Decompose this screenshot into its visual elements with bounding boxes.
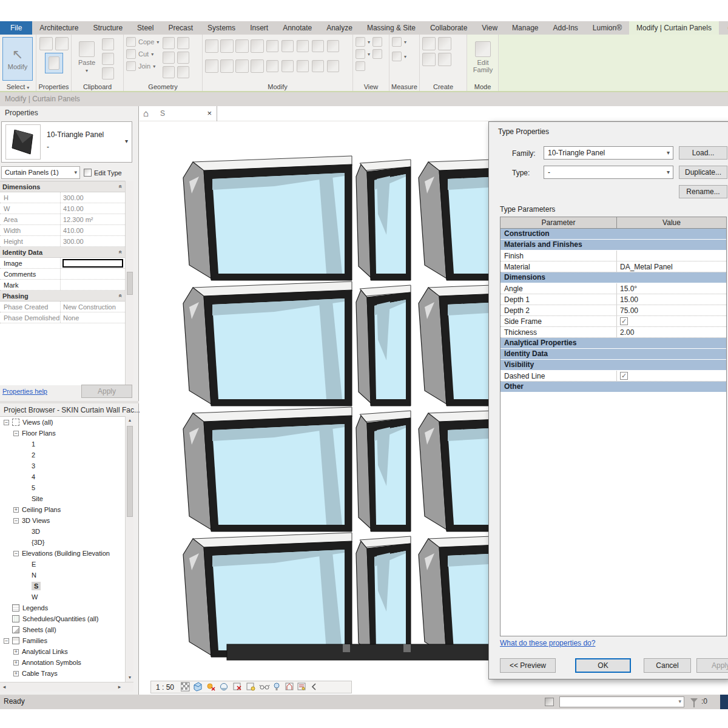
collapse-icon[interactable]: « — [118, 294, 124, 298]
temporary-hide-isolate-icon[interactable] — [274, 683, 279, 690]
prop-value-input[interactable] — [62, 259, 123, 268]
family-combo[interactable]: 10-Triangle Panel ▾ — [544, 146, 673, 160]
expand-icon[interactable]: + — [13, 507, 19, 513]
match-type-icon[interactable] — [102, 67, 114, 79]
panel-label-modify[interactable]: Modify — [203, 83, 352, 90]
unpin-icon[interactable] — [297, 40, 309, 52]
paste-button[interactable]: Paste ▾ — [74, 37, 99, 77]
scale-icon[interactable] — [281, 60, 294, 72]
param-value[interactable]: DA_Metal Panel — [617, 263, 726, 271]
tree-item-3d[interactable]: {3D} — [0, 537, 125, 548]
view-tab-s[interactable]: S × — [155, 106, 217, 121]
prop-value[interactable]: 410.00 — [61, 227, 125, 234]
tree-item-analytical-links[interactable]: +Analytical Links — [0, 646, 125, 657]
type-selector[interactable]: 10-Triangle Panel - ▾ — [1, 121, 132, 163]
tree-item-e[interactable]: E — [0, 559, 125, 570]
duplicate-button[interactable]: Duplicate... — [679, 166, 727, 179]
column-parameter[interactable]: Parameter — [500, 217, 617, 228]
edit-type-button[interactable]: Edit Type — [84, 166, 132, 179]
menu-tab-analyze[interactable]: Analyze — [319, 21, 360, 35]
tree-item-elevations-building-elevation[interactable]: −Elevations (Building Elevation — [0, 548, 125, 559]
trim-extend-icon[interactable] — [251, 59, 264, 73]
panel-label-create[interactable]: Create — [420, 83, 467, 90]
unjoin-icon[interactable] — [177, 52, 189, 64]
expand-icon[interactable]: + — [13, 660, 19, 666]
view-scale[interactable]: 1 : 50 — [156, 683, 174, 692]
worksets-icon[interactable] — [545, 698, 554, 706]
reveal-constraints-icon[interactable] — [312, 40, 324, 52]
scroll-right-icon[interactable]: ▸ — [115, 682, 124, 692]
prop-value[interactable]: 410.00 — [61, 205, 125, 212]
scroll-left-icon[interactable]: ◂ — [0, 682, 8, 692]
prop-section-dimensions[interactable]: Dimensions« — [0, 181, 125, 192]
trim-corner-icon[interactable] — [312, 60, 324, 72]
tree-item-5[interactable]: 5 — [0, 482, 125, 493]
cut-geometry-button[interactable]: Cut▾ — [126, 49, 159, 59]
type-combo[interactable]: - ▾ — [544, 166, 673, 179]
collapse-icon[interactable]: − — [13, 431, 19, 436]
expand-icon[interactable]: + — [13, 649, 19, 655]
property-grid-scrollbar[interactable] — [125, 181, 133, 385]
menu-tab-modify-curtain-panels[interactable]: Modify | Curtain Panels — [629, 21, 719, 35]
split-with-gap-icon[interactable] — [281, 40, 294, 52]
apply-button[interactable]: Apply — [81, 385, 132, 398]
tree-item-s[interactable]: S — [0, 581, 125, 592]
tree-item-schedules-quantities-all[interactable]: Schedules/Quantities (all) — [0, 613, 125, 624]
detail-level-icon[interactable] — [181, 682, 189, 691]
load-button[interactable]: Load... — [679, 146, 727, 160]
tree-item-3d[interactable]: 3D — [0, 526, 125, 537]
tree-item-ceiling-plans[interactable]: +Ceiling Plans — [0, 504, 125, 515]
crop-region-icon[interactable] — [247, 683, 255, 690]
measure-angle-icon[interactable] — [392, 52, 402, 61]
create-parts-icon[interactable] — [422, 37, 436, 50]
tree-item-cable-trays[interactable]: +Cable Trays — [0, 668, 125, 679]
beam-joins-icon[interactable] — [177, 37, 189, 49]
menu-tab-systems[interactable]: Systems — [200, 21, 243, 35]
join-geometry-button[interactable]: Join▾ — [126, 61, 159, 71]
edit-family-button[interactable]: Edit Family — [470, 37, 496, 77]
reveal-hidden-icon[interactable] — [260, 685, 269, 689]
param-value[interactable]: ✓ — [617, 372, 726, 380]
menu-tab-annotate[interactable]: Annotate — [275, 21, 319, 35]
scrollbar-thumb[interactable] — [127, 426, 133, 517]
tree-item-2[interactable]: 2 — [0, 450, 125, 460]
panel-label-view[interactable]: View — [353, 83, 389, 90]
tree-item-n[interactable]: N — [0, 570, 125, 581]
tree-item-annotation-symbols[interactable]: +Annotation Symbols — [0, 657, 125, 668]
prop-value[interactable]: 12.300 m² — [61, 216, 125, 223]
tree-item-site[interactable]: Site — [0, 493, 125, 504]
menu-tab-add-ins[interactable]: Add-Ins — [545, 21, 585, 35]
collapse-bar-icon[interactable] — [312, 684, 315, 690]
shadows-icon[interactable] — [221, 684, 228, 690]
linework-icon[interactable] — [372, 49, 382, 59]
checkbox-checked-icon[interactable]: ✓ — [620, 317, 628, 325]
element-filter-combo[interactable]: Curtain Panels (1) ▾ — [1, 166, 80, 179]
tree-item-3d-views[interactable]: −3D Views — [0, 515, 125, 526]
collapse-icon[interactable]: « — [118, 251, 124, 254]
rename-button[interactable]: Rename... — [679, 185, 727, 198]
tree-item-legends[interactable]: Legends — [0, 602, 125, 613]
scroll-up-icon[interactable]: ▴ — [126, 416, 134, 425]
filter-icon[interactable] — [690, 698, 698, 703]
panel-label-geometry[interactable]: Geometry — [124, 83, 202, 90]
analytical-model-icon[interactable] — [286, 683, 293, 690]
prop-value[interactable]: None — [61, 314, 125, 322]
prop-section-phasing[interactable]: Phasing« — [0, 291, 125, 302]
tree-item-w[interactable]: W — [0, 592, 125, 602]
tree-horizontal-scrollbar[interactable]: ◂ ▸ — [0, 682, 133, 692]
menu-tab-precast[interactable]: Precast — [161, 21, 200, 35]
menu-tab-file[interactable]: File — [0, 21, 32, 35]
displace-elements-icon[interactable] — [372, 37, 382, 47]
tree-item-3[interactable]: 3 — [0, 460, 125, 471]
close-icon[interactable]: × — [207, 109, 212, 118]
align-icon[interactable] — [205, 39, 218, 53]
properties-help-link[interactable]: Properties help — [2, 388, 47, 395]
collapse-icon[interactable]: − — [13, 551, 19, 556]
tree-item-views-all[interactable]: −Views (all) — [0, 417, 125, 428]
mirror-pick-axis-icon[interactable] — [235, 39, 249, 53]
param-value[interactable]: ✓ — [617, 317, 726, 325]
menu-tab-structure[interactable]: Structure — [86, 21, 130, 35]
menu-tab-insert[interactable]: Insert — [243, 21, 275, 35]
menu-tab-collaborate[interactable]: Collaborate — [423, 21, 474, 35]
param-value[interactable]: 15.0° — [617, 285, 726, 293]
